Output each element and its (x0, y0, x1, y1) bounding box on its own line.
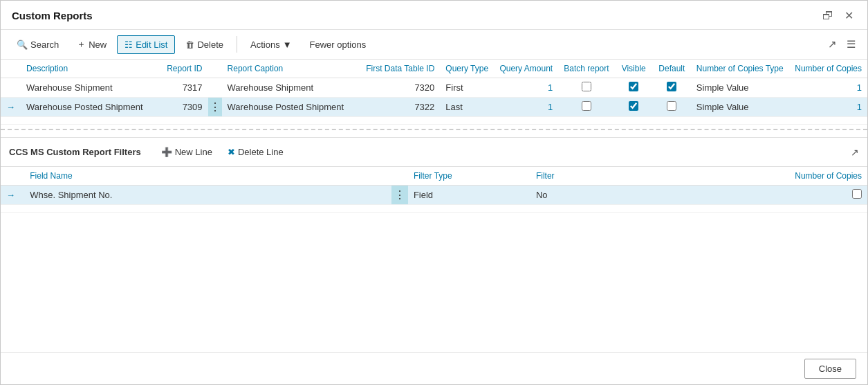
default-checkbox[interactable] (667, 82, 676, 91)
col-number-of-copies[interactable]: Number of Copies (789, 60, 867, 78)
filter-row-dots-cell[interactable]: ⋮ (391, 186, 408, 205)
batch-report-checkbox[interactable] (582, 101, 591, 111)
filter-empty-field-cell[interactable] (24, 205, 391, 213)
col-number-of-copies-type[interactable]: Number of Copies Type (691, 60, 789, 78)
filter-section-title: CCS MS Custom Report Filters (9, 147, 141, 157)
row-batch-report-cell[interactable] (558, 98, 615, 117)
dialog-title: Custom Reports (12, 10, 93, 21)
row-first-data-table-id-cell[interactable]: 7322 (360, 98, 440, 117)
search-icon: 🔍 (17, 39, 28, 50)
row-query-type-cell[interactable]: Last (440, 98, 494, 117)
table-row: → Warehouse Posted Shipment 7309 ⋮ Wareh… (1, 98, 867, 117)
fewer-options-button[interactable]: Fewer options (302, 35, 374, 54)
delete-line-button[interactable]: ✖ Delete Line (221, 143, 290, 161)
row-query-amount-cell[interactable]: 1 (494, 78, 558, 98)
row-query-type-cell[interactable]: First (440, 78, 494, 98)
filter-row-arrow-cell: → (1, 186, 24, 205)
row-dots-cell[interactable] (208, 78, 222, 98)
row-copies-cell[interactable]: 1 (789, 78, 867, 98)
row-report-id-cell[interactable]: 7317 (159, 78, 207, 98)
filter-row-copies-cell[interactable] (775, 186, 867, 205)
filter-row-context-icon[interactable]: ⋮ (394, 189, 405, 201)
filter-export-icon[interactable]: ↗ (851, 147, 859, 158)
row-batch-report-cell[interactable] (558, 78, 615, 98)
row-description-cell[interactable]: Warehouse Posted Shipment (21, 98, 159, 117)
col-default[interactable]: Default (653, 60, 691, 78)
col-arrow (1, 60, 21, 78)
toolbar-separator (237, 36, 237, 53)
actions-button[interactable]: Actions ▼ (243, 35, 299, 54)
row-visible-cell[interactable] (615, 98, 653, 117)
col-report-caption[interactable]: Report Caption (222, 60, 360, 78)
row-copies-cell[interactable]: 1 (789, 98, 867, 117)
row-context-menu-icon[interactable]: ⋮ (210, 101, 221, 113)
row-default-cell[interactable] (653, 98, 691, 117)
batch-report-checkbox[interactable] (582, 82, 591, 91)
main-content: Description Report ID Report Caption Fir… (1, 60, 867, 352)
row-description-cell[interactable]: Warehouse Shipment (21, 78, 159, 98)
row-report-caption-cell[interactable]: Warehouse Shipment (222, 78, 360, 98)
section-divider (1, 129, 867, 130)
col-description[interactable]: Description (21, 60, 159, 78)
filter-col-field-name[interactable]: Field Name (24, 167, 391, 186)
main-table-body: Warehouse Shipment 7317 Warehouse Shipme… (1, 78, 867, 125)
row-dots-cell[interactable]: ⋮ (208, 98, 222, 117)
filter-col-number-of-copies[interactable]: Number of Copies (775, 167, 867, 186)
edit-list-icon: ☷ (124, 39, 133, 50)
close-dialog-button[interactable]: ✕ (842, 8, 856, 24)
row-first-data-table-id-cell[interactable]: 7320 (360, 78, 440, 98)
col-query-amount[interactable]: Query Amount (494, 60, 558, 78)
search-button[interactable]: 🔍 Search (9, 35, 66, 54)
close-button[interactable]: Close (804, 359, 856, 379)
row-query-amount-cell[interactable]: 1 (494, 98, 558, 117)
visible-checkbox[interactable] (629, 82, 638, 91)
filter-row-filter-cell[interactable]: No (530, 186, 775, 205)
filter-col-filter[interactable]: Filter (530, 167, 775, 186)
main-toolbar: 🔍 Search ＋ New ☷ Edit List 🗑 Delete Acti… (1, 30, 867, 60)
row-copies-type-cell[interactable]: Simple Value (691, 98, 789, 117)
col-report-id[interactable]: Report ID (159, 60, 207, 78)
col-first-data-table-id[interactable]: First Data Table ID (360, 60, 440, 78)
col-query-type[interactable]: Query Type (440, 60, 494, 78)
empty-description-cell[interactable] (21, 117, 159, 125)
filter-col-filter-type[interactable]: Filter Type (408, 167, 530, 186)
main-table-container: Description Report ID Report Caption Fir… (1, 60, 867, 125)
filter-col-arrow (1, 167, 24, 186)
main-table: Description Report ID Report Caption Fir… (1, 60, 867, 125)
filter-row-filter-type-cell[interactable]: Field (408, 186, 530, 205)
filter-row-field-name-cell[interactable]: Whse. Shipment No. (24, 186, 391, 205)
filter-table-row-empty (1, 205, 867, 213)
filter-table: Field Name Filter Type Filter Number of … (1, 167, 867, 213)
row-copies-type-cell[interactable]: Simple Value (691, 78, 789, 98)
filter-section: CCS MS Custom Report Filters ➕ New Line … (1, 134, 867, 213)
visible-checkbox[interactable] (629, 101, 638, 111)
restore-button[interactable]: 🗗 (820, 8, 836, 24)
row-arrow-cell (1, 78, 21, 98)
filter-table-container: Field Name Filter Type Filter Number of … (1, 167, 867, 213)
filter-table-row: → Whse. Shipment No. ⋮ Field No (1, 186, 867, 205)
table-row-empty (1, 117, 867, 125)
row-visible-cell[interactable] (615, 78, 653, 98)
share-button[interactable]: ↗ (824, 35, 840, 54)
title-bar: Custom Reports 🗗 ✕ (1, 1, 867, 30)
row-default-cell[interactable] (653, 78, 691, 98)
table-row: Warehouse Shipment 7317 Warehouse Shipme… (1, 78, 867, 98)
filter-toolbar: CCS MS Custom Report Filters ➕ New Line … (1, 137, 867, 167)
new-button[interactable]: ＋ New (69, 34, 114, 55)
main-table-section: Description Report ID Report Caption Fir… (1, 60, 867, 125)
custom-reports-dialog: Custom Reports 🗗 ✕ 🔍 Search ＋ New ☷ Edit… (0, 0, 868, 385)
default-checkbox[interactable] (667, 101, 676, 111)
row-report-id-cell[interactable]: 7309 (159, 98, 207, 117)
col-dots-header (208, 60, 222, 78)
edit-list-button[interactable]: ☷ Edit List (117, 35, 175, 54)
filter-col-dots (391, 167, 408, 186)
filter-table-body: → Whse. Shipment No. ⋮ Field No (1, 186, 867, 213)
filter-copies-checkbox[interactable] (852, 189, 862, 199)
columns-button[interactable]: ☰ (843, 35, 859, 54)
new-line-button[interactable]: ➕ New Line (155, 143, 219, 161)
col-batch-report[interactable]: Batch report (558, 60, 615, 78)
row-report-caption-cell[interactable]: Warehouse Posted Shipment (222, 98, 360, 117)
delete-button[interactable]: 🗑 Delete (178, 35, 231, 54)
delete-line-icon: ✖ (228, 147, 235, 157)
col-visible[interactable]: Visible (615, 60, 653, 78)
